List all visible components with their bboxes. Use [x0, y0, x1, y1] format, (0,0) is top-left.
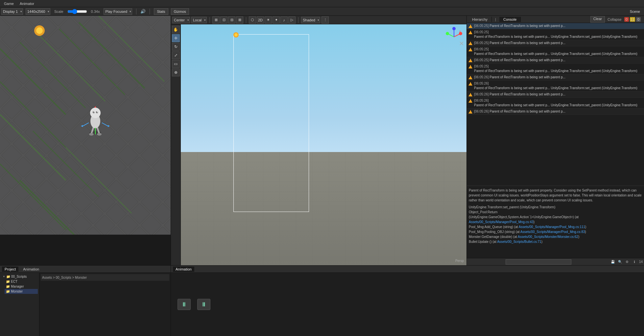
log-item-5[interactable]: [06:05:25] Parent of RectTransform is be… [467, 64, 644, 74]
display-dropdown[interactable]: Display 1 [1, 8, 23, 15]
center-dropdown[interactable]: Center [172, 17, 190, 23]
log-item-9[interactable]: [06:05:26] Parent of RectTransform is be… [467, 98, 644, 109]
scene-sep-1 [209, 17, 210, 23]
clear-button[interactable]: Clear [590, 16, 605, 23]
scale-slider[interactable] [67, 9, 87, 14]
hand-tool-button[interactable]: ✋ [172, 26, 180, 34]
stack-link-3[interactable]: Assets/00_Scripts/Monster/Monster.cs:62 [518, 235, 578, 239]
snap-grid-button[interactable]: ⊞ [212, 16, 220, 24]
tree-item-00scripts[interactable]: ▼ 📁 00_Scripts [1, 274, 38, 279]
stats-button[interactable]: Stats [154, 8, 168, 15]
log-item-2[interactable]: [06:05:25] Parent of RectTransform is be… [467, 40, 644, 46]
console-search-input[interactable] [506, 259, 571, 265]
unity-menubar: Game Animator [0, 0, 644, 7]
log-item-3[interactable]: [06:05:25] Parent of RectTransform is be… [467, 46, 644, 57]
console-tab[interactable]: Console [499, 17, 521, 22]
log-text-5: [06:05:25] Parent of RectTransform is be… [474, 64, 643, 73]
stack-line-0: UnityEngine.Transform:set_parent (UnityE… [469, 205, 642, 210]
game-panel [0, 16, 171, 265]
scene-sep-2 [246, 17, 246, 23]
snap-surface-button[interactable]: ⊟ [228, 16, 235, 24]
console-detail-panel: Parent of RectTransform is being set wit… [467, 186, 644, 258]
sun-gizmo [233, 32, 239, 38]
info-icon[interactable]: ℹ [632, 259, 637, 265]
warn-icon-1 [468, 30, 473, 35]
tree-label-monster: Monster [11, 290, 23, 293]
middle-row: Center Local ⊞ ⊡ ⊟ ⊞ [0, 16, 644, 265]
anim-play-button-2[interactable]: ⏸ [197, 299, 210, 310]
light-button[interactable]: ☀ [265, 16, 272, 24]
scene-label[interactable]: Scene [627, 10, 643, 13]
anim-scene-button[interactable]: ▷ [288, 16, 296, 24]
fx-button[interactable]: ✦ [273, 16, 280, 24]
collapse-label[interactable]: Collapse [608, 17, 622, 21]
audio-scene-button[interactable]: ♪ [280, 16, 288, 24]
resolution-dropdown[interactable]: 1440x2560 [26, 8, 50, 15]
resolution-dropdown-wrapper: 1440x2560 [26, 8, 50, 15]
detail-main-text: Parent of RectTransform is being set wit… [469, 188, 642, 203]
animation-header: Animation [171, 266, 644, 273]
log-item-8[interactable]: [06:05:26] Parent of RectTransform is be… [467, 91, 644, 98]
tree-label-00scripts: 00_Scripts [11, 275, 27, 278]
tree-item-monster[interactable]: 📁 Monster [5, 289, 38, 294]
breadcrumb-text: Assets > 00_Scripts > Monster [42, 276, 87, 279]
tree-arrow-00scripts: ▼ [3, 275, 5, 278]
folder-icon-00scripts: 📁 [6, 275, 10, 278]
game-toolbar: Display 1 1440x2560 Scale 0.34x Play Foc… [0, 7, 644, 16]
hierarchy-tab[interactable]: Hierarchy [468, 17, 492, 22]
log-msg-10: Parent of RectTransform is being set wit… [489, 110, 565, 113]
play-mode-dropdown[interactable]: Play Focused [104, 8, 132, 15]
anim-content: ⏸ ⏸ [171, 273, 644, 336]
rotate-tool-button[interactable]: ↻ [172, 43, 180, 51]
local-dropdown[interactable]: Local [191, 17, 207, 23]
log-time-0: [06:05:25] [474, 24, 489, 28]
log-item-1[interactable]: [06:05:25] Parent of RectTransform is be… [467, 29, 644, 40]
stack-link-2[interactable]: Assets/00_Scripts/Manager/Pool_Mng.cs:83 [520, 230, 585, 234]
menu-animator[interactable]: Animator [17, 1, 37, 6]
log-item-6[interactable]: [06:05:26] Parent of RectTransform is be… [467, 74, 644, 81]
tree-item-manager[interactable]: 📁 Manager [5, 284, 38, 289]
view-2d-button[interactable]: 2D [257, 16, 264, 24]
svg-point-48 [446, 32, 449, 35]
animation-tab[interactable]: Animation [20, 267, 42, 272]
detail-stack: UnityEngine.Transform:set_parent (UnityE… [469, 205, 642, 244]
log-item-4[interactable]: [06:05:25] Parent of RectTransform is be… [467, 57, 644, 64]
scale-tool-button[interactable]: ⤢ [172, 51, 180, 59]
save-icon[interactable]: 💾 [610, 259, 615, 265]
project-tree: ▼ 📁 00_Scripts 📁 ECT 📁 Manager 📁 M [0, 273, 39, 336]
log-text-3: [06:05:25] Parent of RectTransform is be… [474, 47, 643, 56]
more-options-button[interactable]: ⋮ [322, 16, 329, 24]
scene-sep-3 [298, 17, 298, 23]
menu-game[interactable]: Game [1, 1, 16, 6]
log-msg-6: Parent of RectTransform is being set wit… [489, 75, 565, 79]
anim-play-button-1[interactable]: ⏸ [178, 299, 191, 310]
snap-vertex-button[interactable]: ⊡ [220, 16, 227, 24]
view-cube-button[interactable]: ⬡ [249, 16, 256, 24]
animation-panel-tab[interactable]: Animation [173, 267, 194, 272]
move-tool-button[interactable]: ✛ [172, 34, 180, 42]
render-mode-dropdown[interactable]: Shaded [301, 17, 320, 23]
stack-link-0[interactable]: Assets/00_Scripts/Manager/Pool_Mng.cs:43 [469, 220, 534, 224]
project-tab[interactable]: Project [2, 267, 18, 272]
bottom-row: Project Animation ▼ 📁 00_Scripts 📁 ECT � [0, 265, 644, 336]
search-icon[interactable]: 🔍 [617, 259, 623, 265]
snap-extra-button[interactable]: ⊞ [236, 16, 243, 24]
toolbar-separator-1 [136, 9, 136, 14]
tree-item-ect[interactable]: 📁 ECT [5, 279, 38, 284]
settings-icon[interactable]: ⚙ [625, 259, 630, 265]
scene-sky [181, 24, 466, 157]
log-item-7[interactable]: [06:05:26] Parent of RectTransform is be… [467, 81, 644, 91]
stack-link-4[interactable]: Assets/00_Scripts/Bullet.cs:71 [497, 240, 541, 244]
log-msg-3: Parent of RectTransform is being set wit… [474, 52, 637, 56]
log-text-2: [06:05:25] Parent of RectTransform is be… [474, 41, 565, 45]
log-item-0[interactable]: [06:05:25] Parent of RectTransform is be… [467, 23, 644, 29]
audio-icon[interactable]: 🔊 [140, 9, 146, 14]
scale-label: Scale [53, 9, 65, 14]
svg-point-34 [90, 108, 101, 118]
snap-tools-group: ⊞ ⊡ ⊟ ⊞ [212, 16, 243, 24]
transform-tool-button[interactable]: ⊕ [172, 68, 180, 76]
stack-link-1[interactable]: Assets/00_Scripts/Manager/Pool_Mng.cs:11… [519, 225, 585, 229]
log-item-10[interactable]: [06:05:26] Parent of RectTransform is be… [467, 109, 644, 115]
gizmos-button[interactable]: Gizmos [171, 8, 189, 15]
rect-tool-button[interactable]: ▭ [172, 60, 180, 68]
